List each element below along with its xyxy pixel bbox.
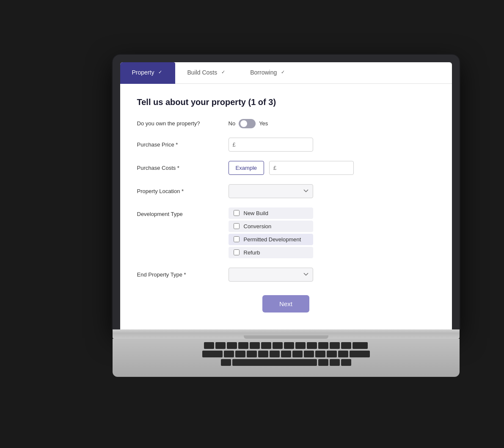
key [235, 351, 245, 357]
keyboard-row-2 [202, 351, 370, 357]
key [204, 342, 214, 349]
key [327, 351, 337, 357]
own-property-toggle[interactable] [239, 119, 256, 128]
own-property-control: No Yes [229, 119, 435, 128]
purchase-price-input-wrapper: £ [229, 138, 313, 152]
key [273, 342, 283, 349]
keyboard-row-3 [221, 359, 351, 366]
key [318, 359, 328, 366]
tab-property[interactable]: Property ✓ [120, 62, 176, 84]
tab-property-label: Property [132, 69, 154, 76]
next-button[interactable]: Next [262, 295, 309, 312]
purchase-costs-input[interactable] [269, 161, 354, 175]
next-button-wrapper: Next [137, 295, 435, 312]
key [227, 342, 237, 349]
key [238, 342, 248, 349]
laptop-base [113, 329, 460, 339]
purchase-price-input[interactable] [229, 138, 313, 152]
property-location-row: Property Location * [137, 184, 435, 198]
tab-property-check: ✓ [157, 69, 163, 76]
purchase-costs-input-wrapper: £ [269, 161, 354, 175]
key [250, 342, 260, 349]
property-location-label: Property Location * [137, 188, 222, 194]
tabs-bar: Property ✓ Build Costs ✓ Borrowing ✓ [120, 62, 452, 84]
tab-build-costs-check: ✓ [220, 69, 226, 76]
key [292, 351, 303, 357]
purchase-costs-control: Example £ [229, 161, 435, 175]
purchase-costs-row: Purchase Costs * Example £ [137, 161, 435, 175]
key [281, 351, 291, 357]
key [315, 351, 325, 357]
end-property-type-select[interactable] [229, 268, 313, 282]
checkbox-permitted-development[interactable]: Permitted Development [229, 234, 313, 245]
checkbox-conversion-label: Conversion [244, 223, 272, 230]
development-type-control: New Build Conversion Permitted Developme… [229, 207, 435, 258]
purchase-costs-currency: £ [273, 165, 276, 171]
key [350, 351, 370, 357]
laptop-screen: Property ✓ Build Costs ✓ Borrowing ✓ Tel… [120, 62, 452, 329]
example-button[interactable]: Example [229, 161, 264, 175]
key [202, 351, 223, 357]
tab-build-costs[interactable]: Build Costs ✓ [175, 62, 238, 84]
development-type-label: Development Type [137, 211, 222, 217]
key [224, 351, 234, 357]
purchase-price-row: Purchase Price * £ [137, 138, 435, 152]
key [247, 351, 257, 357]
checkbox-permitted-development-label: Permitted Development [244, 236, 301, 243]
key [307, 342, 317, 349]
key [338, 351, 348, 357]
keyboard-row-1 [204, 342, 368, 349]
key [295, 342, 306, 349]
checkbox-refurb-input[interactable] [234, 249, 240, 255]
checkbox-conversion-input[interactable] [234, 223, 240, 229]
tab-borrowing-label: Borrowing [250, 69, 277, 76]
development-type-row: Development Type New Build Conversion [137, 207, 435, 258]
screen-bezel: Property ✓ Build Costs ✓ Borrowing ✓ Tel… [113, 55, 460, 329]
no-label: No [229, 120, 236, 127]
key [330, 359, 340, 366]
key [215, 342, 226, 349]
end-property-type-row: End Property Type * [137, 268, 435, 282]
key [353, 342, 368, 349]
end-property-type-control [229, 268, 435, 282]
own-property-label: Do you own the property? [137, 120, 222, 127]
yes-label: Yes [259, 120, 268, 127]
purchase-costs-label: Purchase Costs * [137, 165, 222, 171]
purchase-price-label: Purchase Price * [137, 141, 222, 148]
end-property-type-label: End Property Type * [137, 271, 222, 278]
development-type-checkboxes: New Build Conversion Permitted Developme… [229, 207, 313, 258]
own-property-toggle-group: No Yes [229, 119, 268, 128]
key [258, 351, 268, 357]
purchase-price-control: £ [229, 138, 435, 152]
key [318, 342, 328, 349]
key [261, 342, 271, 349]
form-container: Tell us about your property (1 of 3) Do … [120, 97, 452, 329]
laptop-container: Property ✓ Build Costs ✓ Borrowing ✓ Tel… [113, 55, 460, 377]
key [341, 359, 351, 366]
checkbox-refurb[interactable]: Refurb [229, 247, 313, 258]
key [304, 351, 314, 357]
property-location-control [229, 184, 435, 198]
checkbox-conversion[interactable]: Conversion [229, 221, 313, 232]
checkbox-refurb-label: Refurb [244, 249, 260, 256]
checkbox-new-build-input[interactable] [234, 210, 240, 216]
checkbox-permitted-development-input[interactable] [234, 236, 240, 242]
key [270, 351, 280, 357]
own-property-row: Do you own the property? No Yes [137, 119, 435, 128]
checkbox-new-build[interactable]: New Build [229, 207, 313, 219]
key [284, 342, 294, 349]
tab-borrowing[interactable]: Borrowing ✓ [238, 62, 298, 84]
tab-build-costs-label: Build Costs [187, 69, 217, 76]
purchase-price-currency: £ [233, 141, 236, 148]
checkbox-new-build-label: New Build [244, 210, 269, 216]
key [221, 359, 231, 366]
key-space [232, 359, 317, 366]
tab-borrowing-check: ✓ [279, 69, 286, 76]
key [330, 342, 340, 349]
key [341, 342, 351, 349]
page-title: Tell us about your property (1 of 3) [137, 97, 435, 107]
property-location-select[interactable] [229, 184, 313, 198]
keyboard-area [113, 339, 460, 377]
